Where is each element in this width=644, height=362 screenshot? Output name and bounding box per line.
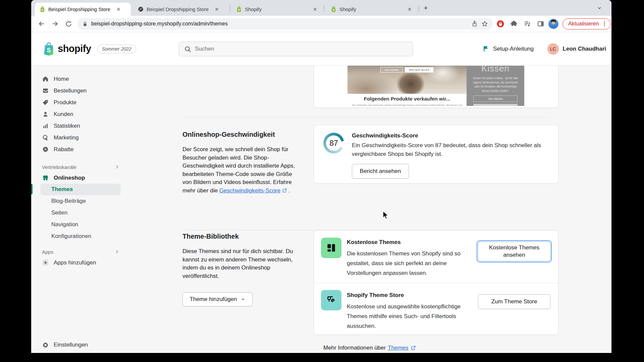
sales-channels-header[interactable]: Vertriebskanäle <box>31 162 125 172</box>
shopify-favicon: S <box>236 6 242 12</box>
bookmark-star-icon[interactable] <box>481 20 488 27</box>
sidebar-item-customers[interactable]: Kunden <box>31 108 125 120</box>
extensions-button[interactable] <box>508 18 520 29</box>
apps-label: Apps <box>42 249 53 255</box>
go-to-theme-store-button[interactable]: Zum Theme Store <box>478 294 550 309</box>
sidebar-item-settings[interactable]: Einstellungen <box>31 338 125 352</box>
current-theme-preview-card: Hier klicken 50% AUF ALLES Folgenden Pro… <box>314 66 558 108</box>
new-tab-button[interactable]: + <box>424 4 428 12</box>
sidebar-item-blog-posts[interactable]: Blog-Beiträge <box>31 195 125 207</box>
add-theme-button[interactable]: Theme hinzufügen <box>182 292 253 306</box>
sidebar-item-label: Konfigurationen <box>51 233 91 240</box>
browser-toolbar: beispiel-dropshipping-store.myshopify.co… <box>31 16 611 32</box>
tab-1[interactable]: S Beispiel Dropshipping Store · T ✕ <box>35 3 131 16</box>
sidebar-item-home[interactable]: Home <box>31 73 125 85</box>
external-link-icon <box>282 188 287 193</box>
url-bar[interactable]: beispiel-dropshipping-store.myshopify.co… <box>77 18 493 30</box>
share-icon[interactable] <box>471 20 478 27</box>
user-name: Leon Chaudhari <box>563 46 606 52</box>
tag-icon <box>42 99 49 106</box>
sidebar-item-preferences[interactable]: Konfigurationen <box>31 230 125 242</box>
layout-blocks-icon <box>327 243 336 252</box>
promo-button: Hier klicken <box>473 96 518 102</box>
caret-down-icon <box>241 297 245 302</box>
user-avatar: LC <box>547 43 559 55</box>
user-menu[interactable]: LC Leon Chaudhari <box>547 32 606 65</box>
tab-separator <box>419 5 419 12</box>
promo-button: 50% AUF ALLES <box>473 104 518 106</box>
person-icon <box>42 111 49 118</box>
theme-preview-subtext: Wir verkaufen seit mehreren Jahren hochw… <box>352 104 463 108</box>
tab-3[interactable]: S Shopify ✕ <box>231 3 323 16</box>
tab-2[interactable]: Beispiel Dropshipping Store ✕ <box>133 3 229 16</box>
three-dot-menu-icon[interactable] <box>602 21 607 27</box>
apps-header[interactable]: Apps <box>31 247 125 257</box>
setup-guide-link[interactable]: Setup-Anleitung <box>482 32 534 65</box>
free-themes-icon <box>321 238 341 258</box>
search-placeholder: Suchen <box>195 46 214 52</box>
speed-score-link[interactable]: Geschwindigkeits-Score <box>219 187 280 194</box>
plus-icon <box>42 259 49 266</box>
tab-close-icon[interactable]: ✕ <box>213 6 220 12</box>
view-free-themes-button[interactable]: Kostenlose Themes ansehen <box>478 242 550 261</box>
tab-close-icon[interactable]: ✕ <box>406 6 413 12</box>
shopify-logo[interactable]: S shopify Sommer 2022 <box>43 32 136 65</box>
reload-icon <box>65 20 72 27</box>
sidebar-item-navigation[interactable]: Navigation <box>31 219 125 230</box>
sidebar-item-discounts[interactable]: Rabatte <box>31 143 125 155</box>
side-panel-button[interactable] <box>535 18 546 29</box>
speed-score-value: 87 <box>326 135 341 151</box>
browser-profile-avatar[interactable] <box>548 19 558 29</box>
shopify-favicon: S <box>331 6 336 12</box>
add-theme-label: Theme hinzufügen <box>190 296 237 303</box>
mouse-cursor <box>382 210 390 220</box>
shopify-bag-icon: S <box>43 42 55 56</box>
back-button[interactable] <box>36 18 47 29</box>
search-icon <box>184 46 191 53</box>
theme-preview-promo-panel: Kissen Kissen für jeden Anlass - ob für … <box>467 66 524 106</box>
back-icon <box>38 20 45 27</box>
chevron-down-icon[interactable] <box>597 5 602 11</box>
tab-title: Beispiel Dropshipping Store <box>147 6 210 12</box>
theme-library-card: Kostenlose Themes Die kostenlosen Themes… <box>314 230 558 335</box>
update-button[interactable]: Aktualisieren <box>562 18 611 29</box>
tab-close-icon[interactable]: ✕ <box>115 6 122 12</box>
chevron-right-icon <box>114 249 120 254</box>
sidebar-item-pages[interactable]: Seiten <box>31 207 125 219</box>
sidebar-item-label: Navigation <box>51 221 78 228</box>
sidebar-item-label: Home <box>54 76 69 82</box>
season-badge: Sommer 2022 <box>97 45 136 53</box>
sidebar-item-orders[interactable]: Bestellungen <box>31 85 125 97</box>
sidebar-item-marketing[interactable]: Marketing <box>31 132 125 143</box>
sidebar-nav: Home Bestellungen Produkte Kunden Statis… <box>31 66 125 353</box>
sidebar-item-add-apps[interactable]: Apps hinzufügen <box>31 257 125 268</box>
tab-4[interactable]: S Shopify ✕ <box>326 3 417 16</box>
speed-section-description: Der Score zeigt, wie schnell dein Shop f… <box>182 145 297 195</box>
footer-themes-link[interactable]: Themes <box>388 345 408 351</box>
sidebar-item-label: Themes <box>51 186 73 193</box>
hero-button: 50% AUF ALLES <box>405 67 433 73</box>
sidebar-item-label: Statistiken <box>54 123 80 129</box>
svg-text:S: S <box>47 47 51 53</box>
update-button-label: Aktualisieren <box>568 21 599 27</box>
sidebar-item-label: Onlineshop <box>54 175 85 181</box>
external-link-icon <box>411 345 416 351</box>
sidebar-item-themes-selected[interactable]: Themes <box>40 184 121 195</box>
view-report-button[interactable]: Bericht ansehen <box>352 164 409 179</box>
reload-button[interactable] <box>63 18 74 29</box>
forward-button[interactable] <box>49 18 61 29</box>
search-input[interactable]: Suchen <box>179 42 413 56</box>
sidebar-item-online-store[interactable]: Onlineshop <box>31 172 125 184</box>
theme-store-row: Shopify Theme Store Kostenlose und ausge… <box>314 283 558 335</box>
theme-store-text: Kostenlose und ausgewählte kostenpflicht… <box>347 302 474 331</box>
sidebar-item-products[interactable]: Produkte <box>31 97 125 108</box>
media-playlist-button[interactable] <box>522 18 533 29</box>
store-icon <box>42 174 49 181</box>
bar-chart-icon <box>42 122 49 129</box>
free-themes-title: Kostenlose Themes <box>347 239 401 246</box>
adblock-extension-button[interactable] <box>495 18 506 29</box>
tab-title: Shopify <box>339 6 403 12</box>
sidebar-item-analytics[interactable]: Statistiken <box>31 120 125 132</box>
lock-icon <box>82 21 88 27</box>
tab-close-icon[interactable]: ✕ <box>312 6 319 12</box>
